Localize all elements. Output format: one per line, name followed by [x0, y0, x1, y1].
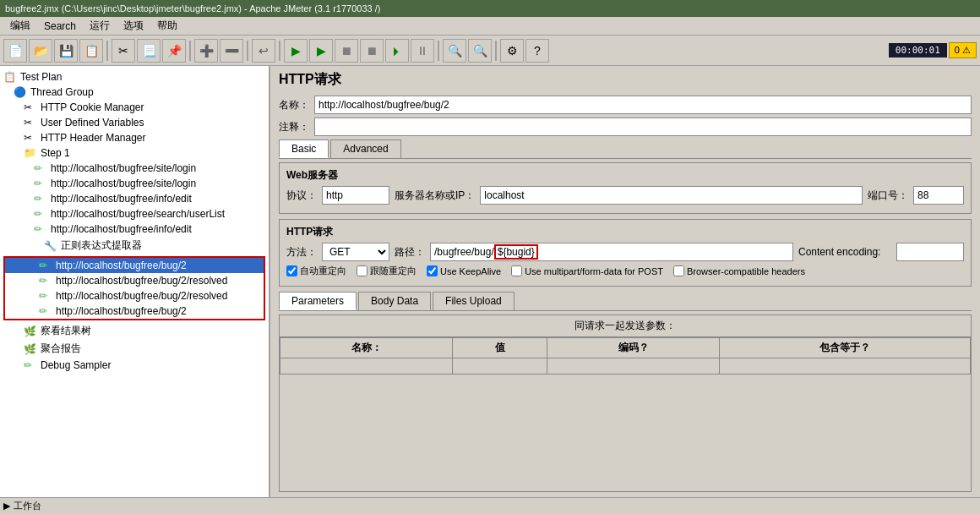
remote-run-button[interactable]: ⏵ [385, 39, 409, 63]
paste-button[interactable]: 📌 [162, 39, 186, 63]
comment-row: 注释： [279, 118, 972, 136]
tree-item-regex[interactable]: 🔧 正则表达式提取器 [0, 237, 269, 254]
open-button[interactable]: 📂 [29, 39, 52, 63]
menu-help[interactable]: 帮助 [150, 17, 184, 35]
menu-edit[interactable]: 编辑 [3, 17, 37, 35]
sep3 [247, 41, 248, 61]
path-display[interactable]: /bugfree/bug/${bugid} [430, 243, 793, 261]
tab-basic[interactable]: Basic [279, 139, 329, 158]
clear-button[interactable]: 🔍 [443, 39, 466, 63]
menu-search[interactable]: Search [37, 19, 83, 34]
menu-run[interactable]: 运行 [83, 17, 117, 35]
tree-item-results-tree[interactable]: 🌿 察看结果树 [0, 322, 269, 340]
user-vars-icon: ✂ [24, 117, 37, 128]
tree-item-debug-sampler[interactable]: ✏ Debug Sampler [0, 358, 269, 373]
run-button[interactable]: ▶ [284, 39, 308, 63]
auto-redirect-label[interactable]: 自动重定向 [286, 265, 346, 277]
save-as-button[interactable]: 📋 [79, 39, 103, 63]
save-button[interactable]: 💾 [54, 39, 78, 63]
stop-all-button[interactable]: ⏹ [360, 39, 384, 63]
tree-item-test-plan[interactable]: 📋 Test Plan [0, 69, 269, 85]
right-panel: HTTP请求 名称： 注释： Basic Advanced Web服务器 协议： [270, 66, 980, 497]
tab-body-data[interactable]: Body Data [358, 292, 431, 310]
tree-item-step1[interactable]: 📁 Step 1 [0, 145, 269, 161]
search-icon: ✏ [34, 208, 47, 220]
browser-headers-checkbox[interactable] [673, 265, 684, 276]
tree-item-header-mgr[interactable]: ✂ HTTP Header Manager [0, 130, 269, 145]
login1-icon: ✏ [34, 162, 47, 174]
stop-button[interactable]: ⏹ [335, 39, 358, 63]
tree-item-thread-group[interactable]: 🔵 Thread Group [0, 85, 269, 100]
params-table: 名称： 值 编码？ 包含等于？ [280, 337, 971, 375]
http-request-title: HTTP请求 [286, 225, 964, 239]
step1-icon: 📁 [24, 147, 37, 159]
browser-headers-label[interactable]: Browser-compatible headers [673, 265, 805, 276]
keepalive-label[interactable]: Use KeepAlive [427, 265, 501, 276]
remote-stop-button[interactable]: ⏸ [411, 39, 434, 63]
tree-item-login2[interactable]: ✏ http://localhost/bugfree/site/login [0, 176, 269, 191]
method-select[interactable]: GET POST PUT DELETE [322, 243, 389, 261]
port-input[interactable] [913, 186, 964, 205]
remove-button[interactable]: ➖ [220, 39, 243, 63]
bug2-last-icon: ✏ [39, 305, 52, 317]
tree-item-bug2-last[interactable]: ✏ http://localhost/bugfree/bug/2 [5, 303, 264, 319]
copy-button[interactable]: 📃 [137, 39, 161, 63]
tree-item-info-edit2[interactable]: ✏ http://localhost/bugfree/info/edit [0, 221, 269, 237]
sep4 [279, 41, 280, 61]
tree-item-search[interactable]: ✏ http://localhost/bugfree/search/userLi… [0, 206, 269, 221]
comment-label: 注释： [279, 120, 309, 134]
multipart-label[interactable]: Use multipart/form-data for POST [511, 265, 663, 276]
content-tab-bar: Parameters Body Data Files Upload [279, 292, 972, 311]
left-panel: 📋 Test Plan 🔵 Thread Group ✂ HTTP Cookie… [0, 66, 270, 497]
path-var-highlight: ${bugid} [494, 244, 538, 260]
info-edit2-icon: ✏ [34, 223, 47, 235]
tree-item-agg-report[interactable]: 🌿 聚合报告 [0, 340, 269, 358]
server-label: 服务器名称或IP： [395, 189, 475, 203]
warn-count[interactable]: 0 ⚠ [949, 42, 977, 58]
table-row-empty [280, 358, 971, 375]
comment-input[interactable] [314, 118, 972, 136]
protocol-input[interactable] [322, 186, 389, 205]
add-button[interactable]: ➕ [194, 39, 218, 63]
menu-options[interactable]: 选项 [117, 17, 150, 35]
tree-item-user-vars[interactable]: ✂ User Defined Variables [0, 115, 269, 130]
tab-advanced[interactable]: Advanced [330, 139, 400, 158]
auto-redirect-checkbox[interactable] [286, 265, 297, 276]
undo-button[interactable]: ↩ [252, 39, 275, 63]
cut-button[interactable]: ✂ [112, 39, 135, 63]
bug2-resolved1-icon: ✏ [39, 275, 52, 287]
status-icon: ▶ [3, 500, 10, 511]
main-layout: 📋 Test Plan 🔵 Thread Group ✂ HTTP Cookie… [0, 66, 980, 497]
content-encoding-input[interactable] [896, 243, 964, 261]
tree-item-bug2-selected[interactable]: ✏ http://localhost/bugfree/bug/2 [5, 258, 264, 273]
name-row: 名称： [279, 96, 972, 114]
cookie-icon: ✂ [24, 101, 37, 113]
status-label: 工作台 [14, 500, 41, 512]
tab-files-upload[interactable]: Files Upload [433, 292, 514, 310]
run-all-button[interactable]: ▶ [309, 39, 333, 63]
params-section: 同请求一起发送参数： 名称： 值 编码？ 包含等于？ [279, 314, 972, 492]
help-button[interactable]: ? [525, 39, 549, 63]
tree-item-cookie-mgr[interactable]: ✂ HTTP Cookie Manager [0, 100, 269, 115]
params-header: 同请求一起发送参数： [280, 315, 971, 337]
settings-button[interactable]: ⚙ [500, 39, 524, 63]
port-label: 端口号： [868, 189, 908, 203]
clear-all-button[interactable]: 🔍 [468, 39, 492, 63]
follow-redirect-label[interactable]: 跟随重定向 [357, 265, 416, 277]
keepalive-checkbox[interactable] [427, 265, 438, 276]
test-plan-icon: 📋 [3, 71, 17, 83]
follow-redirect-checkbox[interactable] [357, 265, 368, 276]
header-mgr-icon: ✂ [24, 132, 37, 144]
protocol-label: 协议： [286, 189, 317, 203]
tree-item-login1[interactable]: ✏ http://localhost/bugfree/site/login [0, 161, 269, 176]
web-server-title: Web服务器 [286, 168, 964, 183]
multipart-checkbox[interactable] [511, 265, 522, 276]
name-input[interactable] [314, 96, 972, 114]
new-button[interactable]: 📄 [3, 39, 27, 63]
info-edit1-icon: ✏ [34, 193, 47, 205]
tree-item-bug2-resolved2[interactable]: ✏ http://localhost/bugfree/bug/2/resolve… [5, 288, 264, 303]
tree-item-bug2-resolved1[interactable]: ✏ http://localhost/bugfree/bug/2/resolve… [5, 273, 264, 288]
tab-parameters[interactable]: Parameters [279, 292, 357, 310]
server-input[interactable] [480, 186, 863, 205]
tree-item-info-edit1[interactable]: ✏ http://localhost/bugfree/info/edit [0, 191, 269, 206]
